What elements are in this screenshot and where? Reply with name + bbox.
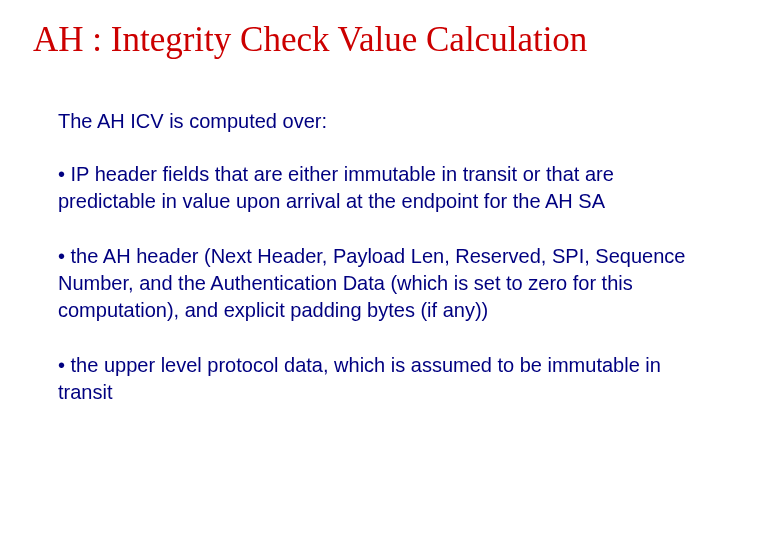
intro-text: The AH ICV is computed over: [58, 110, 730, 133]
bullet-item: • the AH header (Next Header, Payload Le… [58, 243, 698, 324]
slide-title: AH : Integrity Check Value Calculation [33, 20, 730, 60]
bullet-item: • the upper level protocol data, which i… [58, 352, 698, 406]
bullet-item: • IP header fields that are either immut… [58, 161, 698, 215]
